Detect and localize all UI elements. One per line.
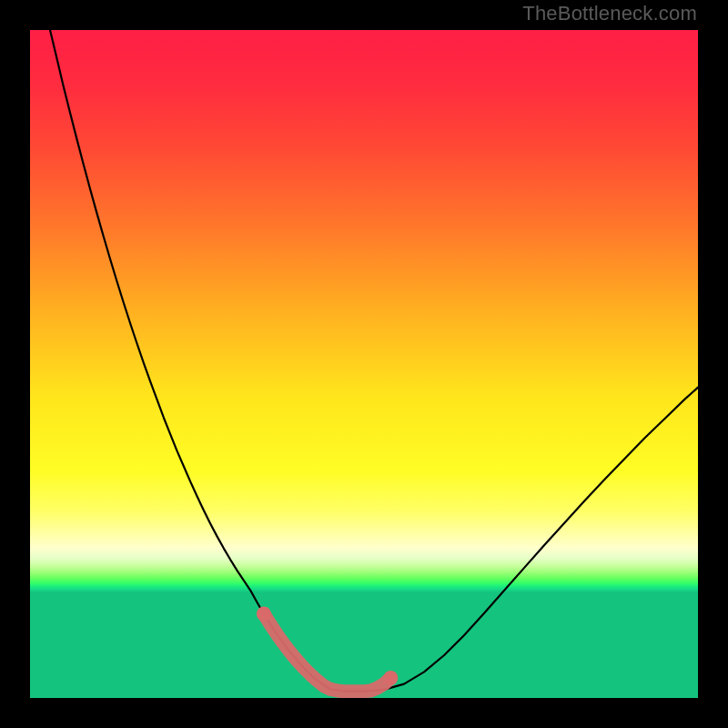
plot-area	[30, 30, 698, 698]
highlight-dot-right	[383, 671, 398, 685]
watermark-text: TheBottleneck.com	[522, 2, 697, 25]
chart-frame: TheBottleneck.com	[0, 0, 728, 728]
curve-svg	[30, 30, 698, 698]
highlight-segment	[264, 614, 390, 692]
highlight-dot-left	[257, 607, 271, 622]
bottleneck-curve	[50, 30, 698, 692]
